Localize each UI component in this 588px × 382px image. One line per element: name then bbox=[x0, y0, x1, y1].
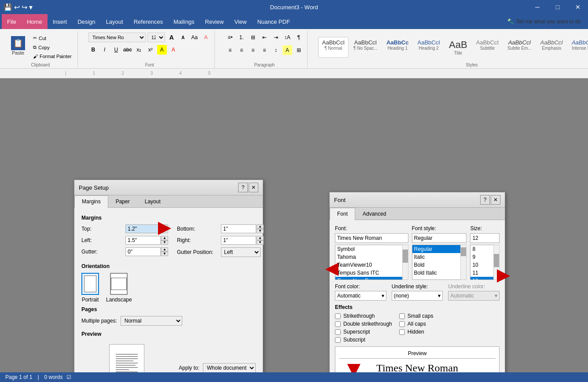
font-list-scrollbar[interactable] bbox=[402, 245, 408, 280]
customize-icon[interactable]: ▾ bbox=[29, 3, 33, 11]
top-decrement[interactable]: ▼ bbox=[161, 229, 168, 233]
redo-icon[interactable]: ↪ bbox=[22, 3, 27, 11]
landscape-option[interactable]: Landscape bbox=[106, 273, 132, 303]
tab-paper[interactable]: Paper bbox=[108, 195, 137, 207]
size-scrollbar-thumb[interactable] bbox=[494, 254, 499, 267]
gutter-spinner[interactable]: ▲ ▼ bbox=[161, 247, 168, 256]
align-left-button[interactable]: ≡ bbox=[225, 45, 235, 55]
multiple-pages-select[interactable]: Normal bbox=[121, 316, 182, 326]
font-size-select[interactable]: 12 bbox=[147, 33, 165, 42]
tab-layout[interactable]: Layout bbox=[137, 195, 168, 207]
numbering-button[interactable]: 1. bbox=[237, 33, 246, 42]
font-close-button[interactable]: ✕ bbox=[491, 195, 500, 205]
menu-nuance[interactable]: Nuance PDF bbox=[252, 14, 295, 29]
menu-view[interactable]: View bbox=[229, 14, 252, 29]
style-list-scrollbar[interactable] bbox=[460, 245, 467, 280]
title-bar-controls-left[interactable]: 💾 ↩ ↪ ▾ bbox=[4, 3, 33, 11]
line-spacing-button[interactable]: ↕ bbox=[271, 45, 281, 55]
bottom-spinner[interactable]: ▲ ▼ bbox=[257, 224, 264, 233]
cut-button[interactable]: ✂ Cut bbox=[31, 34, 74, 42]
font-color-button[interactable]: A bbox=[169, 45, 178, 55]
align-right-button[interactable]: ≡ bbox=[248, 45, 258, 55]
grow-font-button[interactable]: A bbox=[167, 33, 176, 42]
left-input[interactable] bbox=[125, 236, 161, 245]
gutter-pos-select[interactable]: Left Top bbox=[221, 247, 261, 257]
bold-button[interactable]: B bbox=[88, 45, 98, 55]
shading-button[interactable]: A bbox=[283, 45, 292, 55]
bottom-increment[interactable]: ▲ bbox=[257, 224, 264, 229]
tell-me-box[interactable]: 🔦 Tell me what you want to do bbox=[502, 14, 586, 29]
apply-to-select[interactable]: Whole document bbox=[203, 363, 256, 372]
font-dialog-title-bar[interactable]: Font ? ✕ bbox=[330, 192, 505, 208]
decrease-indent-button[interactable]: ⇤ bbox=[260, 33, 269, 42]
style-heading1[interactable]: AaBbCc Heading 1 bbox=[382, 37, 413, 58]
left-spinner[interactable]: ▲ ▼ bbox=[161, 236, 168, 245]
style-subtle-em[interactable]: AaBbCcI Subtle Em... bbox=[503, 37, 535, 58]
right-spinner[interactable]: ▲ ▼ bbox=[257, 236, 264, 245]
style-normal[interactable]: AaBbCcI ¶ Normal bbox=[318, 37, 349, 58]
style-item-regular[interactable]: Regular bbox=[412, 245, 467, 253]
font-style-input[interactable] bbox=[412, 233, 467, 243]
menu-layout[interactable]: Layout bbox=[101, 14, 129, 29]
right-input[interactable] bbox=[221, 236, 256, 245]
font-tab-advanced[interactable]: Advanced bbox=[355, 208, 393, 220]
style-emphasis[interactable]: AaBbCcI Emphasis bbox=[537, 37, 567, 58]
borders-button[interactable]: ⊞ bbox=[294, 45, 304, 55]
font-style-list[interactable]: Regular Italic Bold Bold Italic bbox=[412, 245, 467, 280]
right-increment[interactable]: ▲ bbox=[257, 236, 264, 240]
superscript-button[interactable]: x² bbox=[146, 45, 155, 55]
scrollbar-thumb[interactable] bbox=[403, 250, 408, 263]
font-tab-font[interactable]: Font bbox=[330, 208, 355, 220]
font-item-teamviewer[interactable]: TeamViewer10 bbox=[335, 261, 408, 269]
copy-button[interactable]: ⧉ Copy bbox=[31, 43, 74, 51]
left-increment[interactable]: ▲ bbox=[161, 236, 168, 240]
format-painter-button[interactable]: 🖌 Format Painter bbox=[31, 52, 74, 60]
right-decrement[interactable]: ▼ bbox=[257, 240, 264, 245]
italic-button[interactable]: I bbox=[100, 45, 110, 55]
menu-mailings[interactable]: Mailings bbox=[168, 14, 200, 29]
font-help-button[interactable]: ? bbox=[480, 195, 490, 205]
proofing-icon[interactable]: ☑ bbox=[66, 374, 71, 380]
align-center-button[interactable]: ≡ bbox=[237, 45, 246, 55]
style-intense-em[interactable]: AaBbCcI Intense E... bbox=[568, 37, 588, 58]
font-name-select[interactable]: Times New Ro bbox=[88, 33, 146, 42]
font-size-input[interactable] bbox=[470, 233, 500, 243]
underline-color-dropdown[interactable]: Automatic ▾ bbox=[448, 291, 500, 301]
gutter-input[interactable] bbox=[125, 247, 161, 256]
strikethrough-checkbox[interactable] bbox=[335, 313, 341, 319]
underline-button[interactable]: U bbox=[111, 45, 121, 55]
close-button[interactable]: ✕ bbox=[568, 0, 588, 14]
strikethrough-button[interactable]: abc bbox=[123, 45, 132, 55]
double-strikethrough-checkbox[interactable] bbox=[335, 321, 341, 327]
top-increment[interactable]: ▲ bbox=[161, 224, 168, 229]
page-setup-help-button[interactable]: ? bbox=[238, 183, 248, 192]
change-case-button[interactable]: Aa bbox=[190, 33, 199, 42]
justify-button[interactable]: ≡ bbox=[260, 45, 269, 55]
undo-icon[interactable]: ↩ bbox=[14, 3, 20, 11]
shrink-font-button[interactable]: A bbox=[178, 33, 188, 42]
clear-format-button[interactable]: A bbox=[201, 33, 211, 42]
gutter-decrement[interactable]: ▼ bbox=[161, 252, 168, 256]
font-item-tahoma[interactable]: Tahoma bbox=[335, 253, 408, 261]
style-no-spacing[interactable]: AaBbCcI ¶ No Spac... bbox=[349, 37, 382, 58]
left-decrement[interactable]: ▼ bbox=[161, 240, 168, 245]
font-color-dropdown[interactable]: Automatic ▾ bbox=[335, 291, 386, 301]
top-input[interactable] bbox=[125, 224, 161, 233]
hidden-checkbox[interactable] bbox=[399, 329, 405, 335]
font-name-input[interactable] bbox=[335, 233, 408, 243]
increase-indent-button[interactable]: ⇥ bbox=[271, 33, 281, 42]
title-bar-window-controls[interactable]: ─ □ ✕ bbox=[527, 0, 588, 14]
bottom-input[interactable] bbox=[221, 224, 256, 233]
paste-button[interactable]: 📋 Paste bbox=[7, 34, 29, 60]
superscript-checkbox[interactable] bbox=[335, 329, 341, 335]
portrait-option[interactable]: Portrait bbox=[81, 273, 99, 303]
small-caps-checkbox[interactable] bbox=[399, 313, 405, 319]
menu-design[interactable]: Design bbox=[72, 14, 100, 29]
menu-insert[interactable]: Insert bbox=[48, 14, 73, 29]
top-spinner[interactable]: ▲ ▼ bbox=[161, 224, 168, 233]
style-heading2[interactable]: AaBbCcI Heading 2 bbox=[413, 37, 444, 58]
maximize-button[interactable]: □ bbox=[548, 0, 568, 14]
subscript-button[interactable]: x₂ bbox=[134, 45, 144, 55]
menu-references[interactable]: References bbox=[129, 14, 168, 29]
show-hide-button[interactable]: ¶ bbox=[294, 33, 304, 42]
